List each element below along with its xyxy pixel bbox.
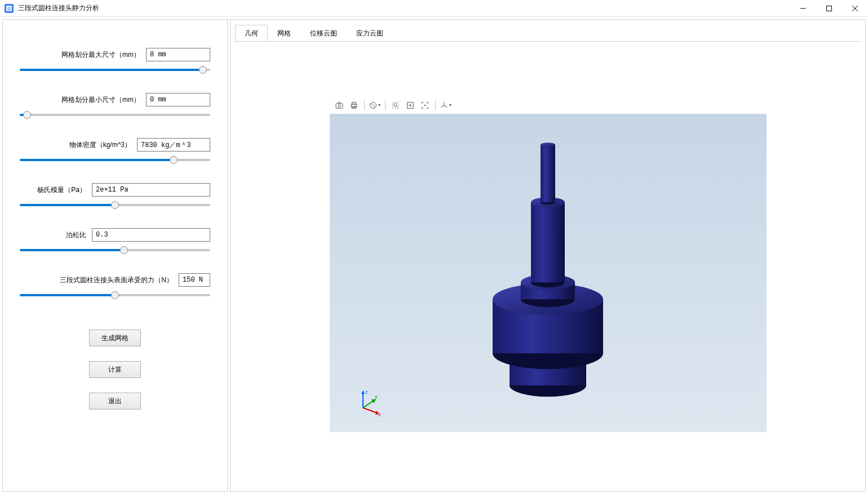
- density-label: 物体密度（kg/m^3）: [69, 140, 131, 150]
- svg-marker-27: [361, 390, 365, 394]
- svg-rect-2: [336, 103, 343, 108]
- 3d-viewport[interactable]: z x y: [330, 114, 767, 432]
- print-icon[interactable]: [348, 99, 360, 112]
- toolbar-separator: [435, 100, 436, 110]
- toolbar-separator: [364, 100, 365, 110]
- window-close-button[interactable]: [842, 0, 868, 17]
- mesh-max-input[interactable]: [146, 48, 210, 61]
- screenshot-icon[interactable]: [333, 99, 346, 112]
- window-maximize-button[interactable]: [816, 0, 842, 17]
- svg-rect-25: [541, 145, 555, 202]
- window-minimize-button[interactable]: [790, 0, 816, 17]
- force-label: 三段式圆柱连接头表面承受的力（N）: [60, 275, 173, 285]
- exit-button[interactable]: 退出: [89, 393, 141, 410]
- zoom-extents-icon[interactable]: [404, 99, 417, 112]
- compute-button[interactable]: 计算: [89, 361, 141, 378]
- svg-point-3: [338, 104, 340, 107]
- svg-text:z: z: [365, 389, 368, 395]
- toolbar-separator: [385, 100, 386, 110]
- tab-stress[interactable]: 应力云图: [347, 25, 393, 42]
- svg-point-26: [541, 143, 555, 147]
- svg-text:y: y: [375, 394, 378, 399]
- density-input[interactable]: [137, 138, 210, 152]
- youngs-modulus-input[interactable]: [92, 183, 210, 197]
- view-tabs: 几何 网格 位移云图 应力云图: [231, 20, 865, 41]
- svg-rect-22: [531, 202, 565, 282]
- mesh-min-input[interactable]: [146, 93, 210, 106]
- axis-view-icon[interactable]: ▾: [440, 99, 452, 112]
- model-geometry: [446, 129, 649, 405]
- mesh-max-label: 网格划分最大尺寸（mm）: [61, 50, 140, 60]
- viewport-container: ▾ ▾: [330, 97, 767, 432]
- generate-mesh-button[interactable]: 生成网格: [89, 330, 141, 346]
- poisson-ratio-slider[interactable]: [20, 249, 210, 251]
- viewport-toolbar: ▾ ▾: [330, 97, 767, 114]
- zoom-window-icon[interactable]: [389, 99, 402, 112]
- app-icon: [5, 4, 14, 13]
- window-title: 三段式圆柱连接头静力分析: [18, 3, 99, 13]
- mesh-min-label: 网格划分最小尺寸（mm）: [61, 95, 140, 105]
- poisson-ratio-input[interactable]: [92, 228, 210, 242]
- window-controls: [790, 0, 868, 17]
- youngs-label: 杨氏模量（Pa）: [37, 185, 86, 195]
- visualization-panel: 几何 网格 位移云图 应力云图 ▾: [230, 19, 866, 492]
- window-titlebar: 三段式圆柱连接头静力分析: [0, 0, 868, 17]
- zoom-selection-icon[interactable]: [419, 99, 431, 112]
- tab-displacement[interactable]: 位移云图: [300, 25, 347, 42]
- coordinate-triad-icon: z x y: [355, 388, 383, 416]
- youngs-modulus-slider[interactable]: [20, 204, 210, 206]
- reset-view-icon[interactable]: ▾: [369, 99, 381, 112]
- svg-text:x: x: [378, 412, 381, 416]
- svg-rect-1: [827, 6, 832, 11]
- tab-mesh[interactable]: 网格: [268, 25, 300, 42]
- parameters-panel: 网格划分最大尺寸（mm） 网格划分最小尺寸（mm） 物体密度（kg/m^3） 杨…: [2, 19, 228, 492]
- svg-rect-5: [352, 102, 356, 104]
- mesh-min-slider[interactable]: [20, 114, 210, 116]
- mesh-max-slider[interactable]: [20, 69, 210, 71]
- force-slider[interactable]: [20, 294, 210, 296]
- density-slider[interactable]: [20, 159, 210, 161]
- tab-content: ▾ ▾: [235, 41, 861, 487]
- svg-point-11: [424, 104, 426, 106]
- poisson-label: 泊松比: [66, 230, 86, 240]
- svg-point-9: [393, 103, 396, 106]
- force-input[interactable]: [179, 273, 210, 287]
- tab-geometry[interactable]: 几何: [235, 25, 268, 42]
